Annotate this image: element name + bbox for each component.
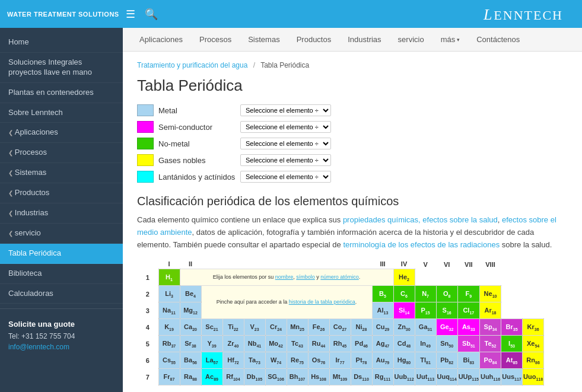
element-Re[interactable]: Re75 (287, 352, 308, 369)
element-Cu[interactable]: Cu29 (372, 319, 393, 336)
element-P[interactable]: P15 (415, 302, 436, 319)
sidebar-cta[interactable]: Solicite una guote (0, 314, 123, 331)
element-Y[interactable]: Y39 (201, 336, 222, 352)
element-Uuo[interactable]: Uuo118 (523, 369, 544, 385)
element-Fr[interactable]: Fr87 (158, 369, 180, 385)
element-Ga[interactable]: Ga31 (415, 319, 436, 336)
element-Zr[interactable]: Zr40 (222, 336, 244, 352)
element-Tl[interactable]: Tl81 (415, 352, 436, 369)
element-Nb[interactable]: Nb41 (244, 336, 265, 352)
element-H[interactable]: H1 (158, 269, 180, 286)
element-Uub[interactable]: Uub112 (393, 369, 415, 385)
element-Uup[interactable]: UUp115 (457, 369, 479, 385)
element-Db[interactable]: Db105 (244, 369, 265, 385)
sidebar-item-soluciones[interactable]: Soluciones Integrales proyectos llave en… (0, 53, 123, 83)
element-La[interactable]: La57 (201, 352, 222, 369)
element-Hf[interactable]: Hf72 (222, 352, 244, 369)
element-K[interactable]: K19 (158, 319, 180, 336)
nav-productos[interactable]: Productos (290, 30, 339, 49)
sidebar-item-plantas[interactable]: Plantas en contenedores (0, 83, 123, 103)
element-Sc[interactable]: Sc21 (201, 319, 222, 336)
element-Cd[interactable]: Cd48 (393, 336, 415, 352)
element-Ni[interactable]: Ni28 (351, 319, 372, 336)
element-Rn[interactable]: Rn86 (523, 352, 544, 369)
element-Os[interactable]: Os76 (308, 352, 329, 369)
element-Rf[interactable]: Rf104 (222, 369, 244, 385)
element-Ta[interactable]: Ta73 (244, 352, 265, 369)
sidebar-item-procesos[interactable]: Procesos (0, 143, 123, 163)
nav-industrias[interactable]: Industrias (341, 30, 388, 49)
nav-contactenos[interactable]: Contáctenos (469, 30, 527, 49)
nav-mas[interactable]: más▾ (434, 30, 467, 49)
element-Uuh[interactable]: Uuh116 (479, 369, 501, 385)
sidebar-item-biblioteca[interactable]: Biblioteca (0, 264, 123, 284)
element-Ac[interactable]: Ac89 (201, 369, 222, 385)
element-Rb[interactable]: Rb37 (158, 336, 180, 352)
element-S[interactable]: S16 (436, 302, 457, 319)
element-Mn[interactable]: Mn25 (287, 319, 308, 336)
nav-servicio[interactable]: servicio (391, 30, 431, 49)
element-Hg[interactable]: Hg80 (393, 352, 415, 369)
element-C[interactable]: C6 (393, 286, 415, 302)
element-Pd[interactable]: Pd46 (351, 336, 372, 352)
nav-procesos[interactable]: Procesos (192, 30, 238, 49)
element-Sn[interactable]: Sn50 (436, 336, 457, 352)
sidebar-email[interactable]: info@lenntech.com (0, 342, 123, 352)
sidebar-item-home[interactable]: Home (0, 33, 123, 53)
element-Sr[interactable]: Sr38 (180, 336, 201, 352)
sidebar-item-productos[interactable]: Productos (0, 183, 123, 203)
sidebar-item-aplicaciones[interactable]: Aplicaciones (0, 123, 123, 143)
element-Ba[interactable]: Ba56 (180, 352, 201, 369)
element-Hs[interactable]: Hs108 (308, 369, 329, 385)
element-Uut[interactable]: Uut113 (415, 369, 436, 385)
element-Ar[interactable]: Ar18 (479, 302, 501, 319)
element-Si[interactable]: Si14 (393, 302, 415, 319)
menu-icon[interactable]: ☰ (126, 8, 135, 21)
element-Pb[interactable]: Pb82 (436, 352, 457, 369)
legend-select-noble[interactable]: Seleccione el elemento ÷ (240, 154, 331, 166)
element-O[interactable]: O8 (436, 286, 457, 302)
element-B[interactable]: B5 (372, 286, 393, 302)
legend-select-nonmetal[interactable]: Seleccione el elemento ÷ (240, 138, 331, 149)
element-Ru[interactable]: Ru44 (308, 336, 329, 352)
legend-select-lanta[interactable]: Seleccione el elemento ÷ (240, 171, 331, 183)
sidebar-item-industrias[interactable]: Industrias (0, 203, 123, 224)
element-Ra[interactable]: Ra88 (180, 369, 201, 385)
element-Be[interactable]: Be4 (180, 286, 201, 302)
legend-select-semi[interactable]: Seleccione el elemento ÷ (240, 121, 331, 133)
element-Uuq[interactable]: Uuq114 (436, 369, 457, 385)
element-Ne[interactable]: Ne10 (479, 286, 501, 302)
element-Pt[interactable]: Pt78 (351, 352, 372, 369)
element-V[interactable]: V23 (244, 319, 265, 336)
sidebar-item-sistemas[interactable]: Sistemas (0, 163, 123, 183)
element-Mo[interactable]: Mo42 (265, 336, 287, 352)
element-Te[interactable]: Te52 (479, 336, 501, 352)
element-Cr[interactable]: Cr24 (265, 319, 287, 336)
element-Ge[interactable]: Ge32 (436, 319, 457, 336)
element-Cl[interactable]: Cl17 (457, 302, 479, 319)
element-Rg[interactable]: Rg111 (372, 369, 393, 385)
element-Al[interactable]: Al13 (372, 302, 393, 319)
link-terminologia[interactable]: terminología de los efectos de las radia… (343, 240, 500, 249)
element-Sg[interactable]: SG106 (265, 369, 287, 385)
element-In[interactable]: In49 (415, 336, 436, 352)
element-At[interactable]: At85 (501, 352, 523, 369)
element-Ag[interactable]: Ag47 (372, 336, 393, 352)
element-Zn[interactable]: Zn30 (393, 319, 415, 336)
element-W[interactable]: W74 (265, 352, 287, 369)
sidebar-item-servicio[interactable]: servicio (0, 224, 123, 244)
element-Br[interactable]: Br35 (501, 319, 523, 336)
element-Na[interactable]: Na11 (158, 302, 180, 319)
element-N[interactable]: N7 (415, 286, 436, 302)
element-Ds[interactable]: Ds110 (351, 369, 372, 385)
element-Kr[interactable]: Kr36 (523, 319, 544, 336)
link-propiedades[interactable]: propiedades químicas, efectos sobre la s… (343, 215, 498, 224)
element-Ir[interactable]: Ir77 (329, 352, 351, 369)
nav-sistemas[interactable]: Sistemas (241, 30, 287, 49)
element-Ca[interactable]: Ca20 (180, 319, 201, 336)
element-Cs[interactable]: Cs55 (158, 352, 180, 369)
legend-select-metal[interactable]: Seleccione el elemento ÷ (240, 104, 331, 116)
element-Xe[interactable]: Xe54 (523, 336, 544, 352)
sidebar-item-tabla[interactable]: Tabla Periódica (0, 244, 123, 264)
element-Au[interactable]: Au79 (372, 352, 393, 369)
